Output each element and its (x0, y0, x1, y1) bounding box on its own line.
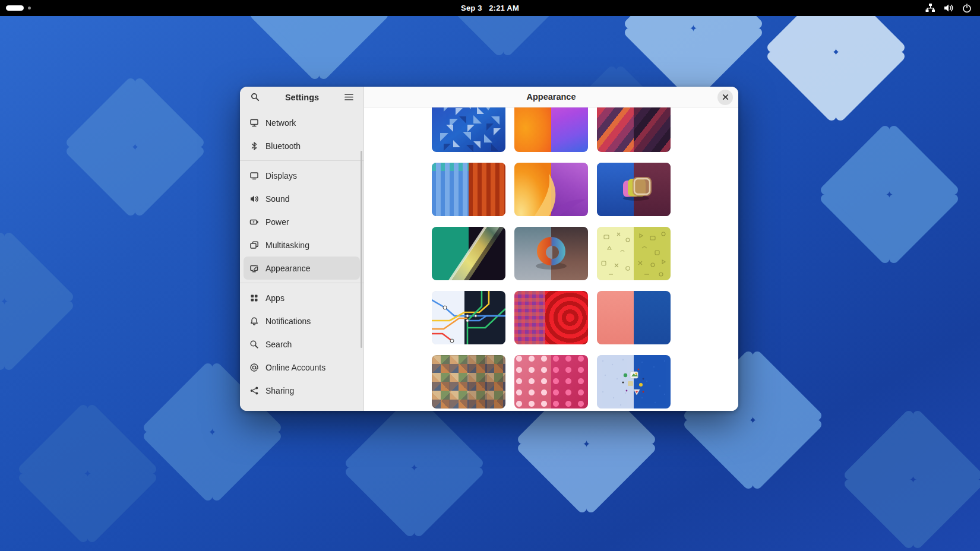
sidebar-item-label: Network (265, 118, 296, 128)
top-bar: Sep 3 2:21 AM (0, 0, 980, 16)
wallpaper-light-half (432, 163, 469, 216)
sidebar-item-label: Search (265, 340, 292, 349)
network-icon (925, 4, 935, 12)
sidebar-item-power[interactable]: Power (244, 210, 360, 233)
magnifier-icon (249, 340, 259, 349)
sidebar-list: Network Bluetooth Displays (240, 107, 363, 402)
sidebar-item-displays[interactable]: Displays (244, 164, 360, 187)
wallpaper-dark-half (634, 107, 671, 152)
sidebar-item-network[interactable]: Network (244, 111, 360, 134)
wallpaper-thumbnail[interactable] (514, 163, 588, 216)
wallpaper-dark-half (545, 291, 588, 344)
sidebar-separator (240, 160, 363, 161)
sidebar-item-notifications[interactable]: Notifications (244, 309, 360, 332)
wallpaper-dark-half (551, 355, 588, 408)
share-nodes-icon (249, 386, 259, 395)
wallpaper-thumbnail[interactable] (597, 355, 671, 408)
search-button[interactable] (247, 90, 263, 105)
clock-time: 2:21 AM (489, 4, 519, 12)
sidebar-item-label: Multitasking (265, 240, 309, 250)
power-battery-icon (249, 217, 259, 227)
settings-sidebar: Settings Network Bl (240, 87, 364, 411)
wallpaper-dark-half (634, 291, 671, 344)
network-display-icon (249, 118, 259, 128)
workspace-pill (6, 5, 24, 11)
sidebar-separator (240, 283, 363, 283)
wallpaper-dark-half (469, 163, 505, 216)
wallpaper-thumbnail[interactable] (514, 107, 588, 152)
sidebar-item-label: Power (265, 217, 289, 227)
wallpaper-thumbnail[interactable] (597, 107, 671, 152)
display-icon (249, 171, 259, 180)
power-icon (962, 4, 972, 13)
sidebar-item-label: Displays (265, 171, 297, 180)
speaker-icon (249, 194, 259, 204)
sidebar-item-label: Sharing (265, 386, 294, 395)
clock[interactable]: Sep 3 2:21 AM (0, 4, 980, 12)
wallpaper-light-half (597, 107, 634, 152)
close-button[interactable] (717, 90, 733, 105)
wallpaper-thumbnail[interactable] (514, 227, 588, 280)
sidebar-item-online-accounts[interactable]: Online Accounts (244, 356, 360, 379)
wallpaper-light-half (514, 291, 545, 344)
sidebar-item-search[interactable]: Search (244, 332, 360, 356)
sidebar-item-label: Bluetooth (265, 141, 301, 151)
main-menu-button[interactable] (341, 90, 356, 105)
close-icon (722, 94, 729, 100)
sidebar-item-multitasking[interactable]: Multitasking (244, 233, 360, 256)
wallpaper-thumbnail[interactable] (597, 291, 671, 344)
wallpaper-thumbnail[interactable] (514, 355, 588, 408)
settings-window: Settings Network Bl (240, 87, 738, 411)
sidebar-scrollbar[interactable] (361, 151, 362, 348)
wallpaper-thumbnail[interactable] (432, 107, 505, 152)
wallpaper-thumbnail[interactable] (432, 355, 505, 408)
wallpaper-thumbnail[interactable] (597, 227, 671, 280)
wallpaper-thumbnail[interactable] (514, 291, 588, 344)
sidebar-item-label: Sound (265, 194, 289, 204)
sidebar-item-sound[interactable]: Sound (244, 187, 360, 210)
wallpaper-thumbnail[interactable] (432, 163, 505, 216)
clock-date: Sep 3 (461, 4, 482, 12)
wallpaper-light-half (514, 355, 551, 408)
multitasking-windows-icon (249, 240, 259, 250)
page-title: Appearance (526, 92, 576, 102)
sidebar-item-label: Appearance (265, 264, 311, 273)
magnifier-icon (251, 93, 260, 102)
sidebar-item-appearance[interactable]: Appearance (244, 256, 360, 280)
apps-grid-icon (249, 293, 259, 303)
sidebar-item-label: Online Accounts (265, 363, 325, 372)
appearance-display-pencil-icon (249, 264, 259, 273)
wallpaper-light-half (597, 291, 634, 344)
wallpaper-light-half (514, 107, 551, 152)
wallpaper-scroll-area[interactable] (364, 107, 738, 411)
wallpaper-grid (432, 107, 671, 408)
activities-indicator[interactable] (6, 5, 113, 11)
bluetooth-icon (249, 141, 259, 151)
at-symbol-icon (249, 363, 259, 372)
sidebar-item-apps[interactable]: Apps (244, 286, 360, 309)
wallpaper-thumbnail[interactable] (432, 227, 505, 280)
wallpaper-thumbnail[interactable] (432, 291, 505, 344)
volume-icon (944, 4, 954, 12)
wallpaper-thumbnail[interactable] (597, 163, 671, 216)
wallpaper-dark-half (551, 107, 588, 152)
workspace-dot (28, 7, 31, 10)
appearance-pane: Appearance (364, 87, 738, 411)
sidebar-item-label: Notifications (265, 316, 311, 326)
system-status-area[interactable] (925, 4, 974, 13)
sidebar-item-sharing[interactable]: Sharing (244, 379, 360, 402)
main-headerbar: Appearance (364, 87, 738, 107)
bell-icon (249, 316, 259, 326)
hamburger-menu-icon (344, 93, 353, 101)
sidebar-item-label: Apps (265, 293, 284, 303)
sidebar-headerbar: Settings (240, 87, 363, 107)
sidebar-item-bluetooth[interactable]: Bluetooth (244, 134, 360, 157)
